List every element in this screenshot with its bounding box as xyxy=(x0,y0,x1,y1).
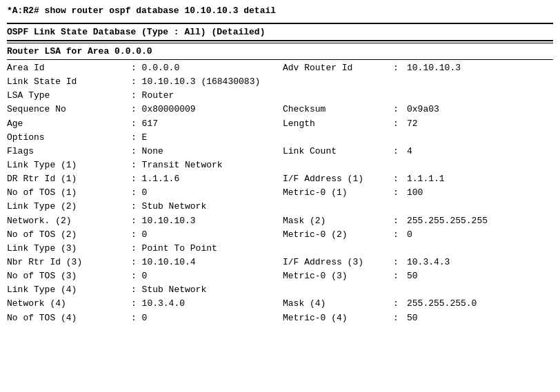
field-label: Link Type (3) xyxy=(7,242,131,256)
field-label: Area Id xyxy=(7,61,131,75)
field-value: : 0x80000009 xyxy=(131,103,283,116)
field-label: Link Type (1) xyxy=(7,158,131,172)
table-row: Network. (2): 10.10.10.3Mask (2) : 255.2… xyxy=(7,214,553,228)
field-label: Network (4) xyxy=(7,297,131,311)
field-label2: Mask (4) xyxy=(283,297,393,311)
field-sep: : xyxy=(393,256,407,269)
field-value: : E xyxy=(131,131,283,145)
field-sep: : xyxy=(393,228,407,242)
field-label2: Link Count xyxy=(283,145,393,158)
field-sep: : xyxy=(393,186,407,200)
field-value2: 0 xyxy=(407,228,553,242)
table-row: Link Type (3): Point To Point xyxy=(7,242,553,256)
table-row: No of TOS (2): 0Metric-0 (2) : 0 xyxy=(7,228,553,242)
field-label2: Length xyxy=(283,117,393,131)
section-title: Router LSA for Area 0.0.0.0 xyxy=(7,46,553,56)
field-value: : 0 xyxy=(131,269,283,283)
field-value: : Stub Network xyxy=(131,200,283,214)
field-value: : Point To Point xyxy=(131,242,283,256)
field-label: Link State Id xyxy=(7,75,131,89)
field-value2: 50 xyxy=(407,311,553,325)
field-value2: 100 xyxy=(407,186,553,200)
table-row: Link Type (4): Stub Network xyxy=(7,283,553,297)
field-value: : Transit Network xyxy=(131,158,283,172)
table-row: No of TOS (1): 0Metric-0 (1) : 100 xyxy=(7,186,553,200)
field-label: Age xyxy=(7,117,131,131)
field-label: Options xyxy=(7,131,131,145)
field-label: Network. (2) xyxy=(7,214,131,228)
fields-container: Area Id: 0.0.0.0Adv Router Id : 10.10.10… xyxy=(7,61,553,325)
table-row: Area Id: 0.0.0.0Adv Router Id : 10.10.10… xyxy=(7,61,553,75)
field-value2: 72 xyxy=(407,117,553,131)
field-sep: : xyxy=(393,214,407,228)
table-row: Age: 617Length : 72 xyxy=(7,117,553,131)
table-row: No of TOS (3): 0Metric-0 (3) : 50 xyxy=(7,269,553,283)
field-label2: Checksum xyxy=(283,103,393,116)
field-label2: I/F Address (1) xyxy=(283,172,393,186)
field-value2: 10.3.4.3 xyxy=(407,256,553,269)
command-line: *A:R2# show router ospf database 10.10.1… xyxy=(7,6,553,16)
separator-top-double-1 xyxy=(7,23,553,24)
field-label: No of TOS (3) xyxy=(7,269,131,283)
field-label2: Metric-0 (2) xyxy=(283,228,393,242)
table-row: Network (4): 10.3.4.0Mask (4) : 255.255.… xyxy=(7,297,553,311)
field-value2: 4 xyxy=(407,145,553,158)
field-label: Link Type (2) xyxy=(7,200,131,214)
field-label: No of TOS (4) xyxy=(7,311,131,325)
field-value2: 10.10.10.3 xyxy=(407,61,553,75)
field-value: : Router xyxy=(131,89,283,103)
field-value: : 10.10.10.3 xyxy=(131,214,283,228)
field-value: : None xyxy=(131,145,283,158)
field-sep: : xyxy=(393,311,407,325)
field-value: : 10.3.4.0 xyxy=(131,297,283,311)
field-sep: : xyxy=(393,145,407,158)
field-label2: I/F Address (3) xyxy=(283,256,393,269)
field-value2: 50 xyxy=(407,269,553,283)
field-value2: 1.1.1.1 xyxy=(407,172,553,186)
field-label: Nbr Rtr Id (3) xyxy=(7,256,131,269)
field-sep: : xyxy=(393,103,407,116)
field-label: Link Type (4) xyxy=(7,283,131,297)
table-row: Nbr Rtr Id (3): 10.10.10.4I/F Address (3… xyxy=(7,256,553,269)
field-sep: : xyxy=(393,172,407,186)
field-label2: Adv Router Id xyxy=(283,61,393,75)
field-sep: : xyxy=(393,117,407,131)
field-label: LSA Type xyxy=(7,89,131,103)
field-value: : 0.0.0.0 xyxy=(131,61,283,75)
field-value: : 1.1.1.6 xyxy=(131,172,283,186)
field-sep: : xyxy=(393,297,407,311)
field-value: : 617 xyxy=(131,117,283,131)
field-label: No of TOS (1) xyxy=(7,186,131,200)
field-value: : Stub Network xyxy=(131,283,283,297)
table-row: Link Type (1): Transit Network xyxy=(7,158,553,172)
header-title: OSPF Link State Database (Type : All) (D… xyxy=(7,27,553,37)
field-value: : 0 xyxy=(131,311,283,325)
table-row: No of TOS (4): 0Metric-0 (4) : 50 xyxy=(7,311,553,325)
field-value2: 0x9a03 xyxy=(407,103,553,116)
field-sep: : xyxy=(393,269,407,283)
field-value: : 10.10.10.4 xyxy=(131,256,283,269)
field-label: Flags xyxy=(7,145,131,158)
separator-single-1 xyxy=(7,43,553,43)
table-row: Options: E xyxy=(7,131,553,145)
field-label2: Metric-0 (4) xyxy=(283,311,393,325)
field-label: No of TOS (2) xyxy=(7,228,131,242)
field-label: DR Rtr Id (1) xyxy=(7,172,131,186)
table-row: Sequence No: 0x80000009Checksum : 0x9a03 xyxy=(7,103,553,116)
field-value: : 0 xyxy=(131,186,283,200)
field-value2: 255.255.255.0 xyxy=(407,297,553,311)
field-label2: Mask (2) xyxy=(283,214,393,228)
field-label: Sequence No xyxy=(7,103,131,116)
field-label2: Metric-0 (3) xyxy=(283,269,393,283)
field-value: : 0 xyxy=(131,228,283,242)
field-label2: Metric-0 (1) xyxy=(283,186,393,200)
separator-top-double-2 xyxy=(7,40,553,41)
table-row: DR Rtr Id (1): 1.1.1.6I/F Address (1) : … xyxy=(7,172,553,186)
table-row: LSA Type: Router xyxy=(7,89,553,103)
field-value: : 10.10.10.3 (168430083) xyxy=(131,75,283,89)
table-row: Flags: NoneLink Count : 4 xyxy=(7,145,553,158)
separator-single-2 xyxy=(7,59,553,60)
field-sep: : xyxy=(393,61,407,75)
table-row: Link State Id: 10.10.10.3 (168430083) xyxy=(7,75,553,89)
field-value2: 255.255.255.255 xyxy=(407,214,553,228)
